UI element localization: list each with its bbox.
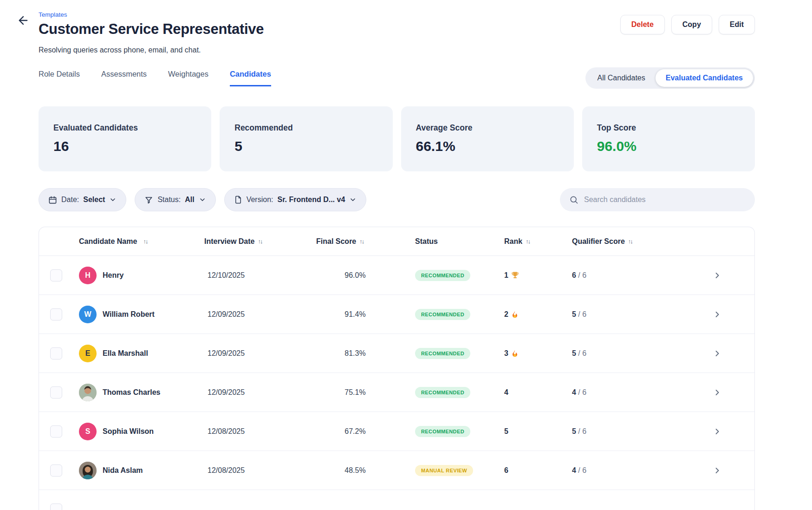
breadcrumb[interactable]: Templates [39,11,264,18]
avatar-photo [79,384,97,401]
candidate-name: Nida Aslam [103,466,143,475]
stat-value: 96.0% [597,138,740,154]
final-score: 48.5% [313,466,411,475]
version-filter-dropdown[interactable]: Version: Sr. Frontend D... v4 [224,188,367,211]
page-title: Customer Service Representative [39,21,264,38]
row-checkbox[interactable] [50,269,62,281]
status-badge: RECOMMENDED [415,309,470,320]
table-row[interactable]: E Ella Marshall 12/09/2025 81.3% RECOMME… [39,334,754,373]
column-qualifier-score[interactable]: Qualifier Score↑↓ [569,237,680,246]
status-badge: MANUAL REVIEW [415,465,473,476]
table-header: Candidate Name↑↓ Interview Date↑↓ Final … [39,227,754,256]
interview-date: 12/08/2025 [204,466,313,475]
status-badge: RECOMMENDED [415,387,470,398]
calendar-icon [48,196,57,204]
row-checkbox[interactable] [50,464,62,477]
search-candidates [560,188,755,211]
chevron-down-icon [109,196,117,203]
funnel-icon [144,196,153,204]
chevron-down-icon [199,196,206,203]
chevron-right-icon[interactable] [713,349,722,358]
status-badge: RECOMMENDED [415,348,470,359]
stat-card-average-score: Average Score 66.1% [401,106,574,171]
rank-value: 6 [504,466,508,475]
status-badge: RECOMMENDED [415,270,470,281]
page-header: Templates Customer Service Representativ… [39,0,755,54]
table-row[interactable] [39,490,754,510]
stat-label: Top Score [597,123,740,133]
avatar: H [79,267,97,284]
filter-label: Version: [247,196,273,204]
sort-icon[interactable]: ↑↓ [359,238,364,245]
search-icon [569,195,578,204]
tab-candidates[interactable]: Candidates [230,70,271,86]
row-checkbox[interactable] [50,347,62,360]
row-checkbox[interactable] [50,503,62,510]
sort-icon[interactable]: ↑↓ [143,238,147,245]
sort-icon[interactable]: ↑↓ [526,238,530,245]
interview-date: 12/09/2025 [204,310,313,319]
table-row[interactable]: H Henry 12/10/2025 96.0% RECOMMENDED 1 6… [39,256,754,295]
filter-value: Sr. Frontend D... v4 [277,196,345,204]
column-candidate-name[interactable]: Candidate Name↑↓ [65,237,204,246]
stats-cards: Evaluated Candidates 16 Recommended 5 Av… [39,106,755,171]
qualifier-total: / 6 [576,388,586,396]
back-arrow-button[interactable] [17,14,30,27]
table-row[interactable]: W William Robert 12/09/2025 91.4% RECOMM… [39,295,754,334]
candidate-name: Ella Marshall [103,349,148,358]
chevron-right-icon[interactable] [713,466,722,475]
filter-bar: Date: Select Status: All Version: Sr. Fr… [39,188,366,211]
sort-icon[interactable]: ↑↓ [258,238,262,245]
rank-value: 5 [504,427,508,436]
stat-value: 5 [234,138,377,154]
stat-card-evaluated: Evaluated Candidates 16 [39,106,211,171]
toggle-evaluated-candidates[interactable]: Evaluated Candidates [656,69,753,87]
rank-value: 3 [504,349,508,358]
table-row[interactable]: S Sophia Wilson 12/08/2025 67.2% RECOMME… [39,412,754,451]
qualifier-total: / 6 [576,349,586,357]
avatar: S [79,423,97,440]
qualifier-total: / 6 [576,310,586,318]
toggle-all-candidates[interactable]: All Candidates [587,69,656,87]
column-final-score[interactable]: Final Score↑↓ [313,237,411,246]
tab-bar: Role Details Assessments Weightages Cand… [39,70,271,86]
row-checkbox[interactable] [50,308,62,320]
final-score: 91.4% [313,310,411,319]
sort-icon[interactable]: ↑↓ [628,238,632,245]
chevron-right-icon[interactable] [713,427,722,436]
date-filter-dropdown[interactable]: Date: Select [39,188,126,211]
column-status: Status [411,237,501,246]
row-checkbox[interactable] [50,425,62,438]
row-checkbox[interactable] [50,386,62,399]
candidate-name: Thomas Charles [103,388,160,397]
tab-assessments[interactable]: Assessments [101,70,147,86]
stat-value: 66.1% [416,138,559,154]
chevron-right-icon[interactable] [713,310,722,319]
avatar-photo [79,462,97,479]
page-subtitle: Resolving queries across phone, email, a… [39,46,264,54]
filter-value: All [185,196,194,204]
status-filter-dropdown[interactable]: Status: All [135,188,215,211]
qualifier-score: 4 [572,388,576,396]
column-rank[interactable]: Rank↑↓ [501,237,569,246]
fire-icon [511,350,519,357]
chevron-right-icon[interactable] [713,271,722,280]
tab-weightages[interactable]: Weightages [168,70,208,86]
table-row[interactable]: Thomas Charles 12/09/2025 75.1% RECOMMEN… [39,373,754,412]
final-score: 96.0% [313,271,411,280]
chevron-right-icon[interactable] [713,388,722,397]
interview-date: 12/09/2025 [204,388,313,397]
filter-label: Status: [157,196,181,204]
trophy-icon [511,271,519,279]
edit-button[interactable]: Edit [719,15,755,34]
search-input[interactable] [584,196,746,204]
candidates-table: Candidate Name↑↓ Interview Date↑↓ Final … [39,227,755,510]
tab-role-details[interactable]: Role Details [39,70,80,86]
rank-value: 1 [504,271,508,280]
table-row[interactable]: Nida Aslam 12/08/2025 48.5% MANUAL REVIE… [39,451,754,490]
copy-button[interactable]: Copy [671,15,712,34]
filter-label: Date: [61,196,79,204]
delete-button[interactable]: Delete [620,15,665,34]
stat-label: Evaluated Candidates [53,123,196,133]
column-interview-date[interactable]: Interview Date↑↓ [204,237,313,246]
